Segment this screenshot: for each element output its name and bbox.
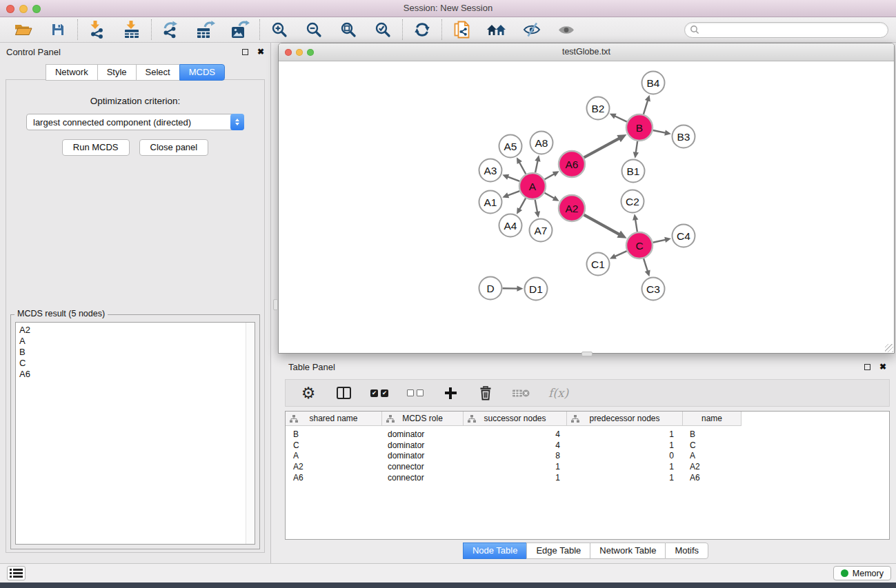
network-window-titlebar[interactable]: testGlobe.txt	[279, 43, 894, 61]
tab-style[interactable]: Style	[97, 64, 136, 81]
column-header[interactable]: successor nodes	[464, 412, 567, 425]
tab-select[interactable]: Select	[136, 64, 179, 81]
column-header[interactable]: MCDS role	[382, 412, 464, 425]
close-table-panel-icon[interactable]: ✖	[879, 363, 886, 371]
mcds-result-item[interactable]: A	[19, 336, 255, 347]
show-visual-properties-icon[interactable]	[557, 19, 576, 40]
graph-edge-A-A5[interactable]	[519, 162, 526, 174]
memory-button[interactable]: Memory	[833, 566, 891, 580]
tab-node-table[interactable]: Node Table	[463, 543, 527, 559]
float-panel-icon[interactable]	[242, 49, 248, 55]
optimization-criterion-select[interactable]: largest connected component (directed)	[26, 114, 244, 130]
graph-node-label-C1: C1	[591, 258, 605, 270]
zoom-view-button[interactable]	[307, 49, 314, 56]
mcds-result-item[interactable]: C	[19, 358, 255, 369]
graph-edge-A-A2[interactable]	[544, 193, 555, 199]
import-table-icon[interactable]	[122, 19, 141, 40]
graph-edge-B-B1[interactable]	[636, 141, 637, 153]
select-all-icon[interactable]: ✔✔	[370, 383, 388, 403]
graph-node-label-B4: B4	[647, 77, 660, 89]
search-input[interactable]	[699, 24, 883, 35]
graph-edge-A-A1[interactable]	[507, 191, 519, 196]
hide-visual-properties-icon[interactable]	[522, 19, 541, 40]
graph-node-label-A5: A5	[504, 141, 517, 152]
home-view-icon[interactable]	[486, 19, 507, 40]
graph-edge-A-A7[interactable]	[535, 200, 538, 213]
add-entry-icon[interactable]	[442, 383, 459, 403]
table-panel-title: Table Panel	[288, 362, 335, 372]
zoom-selected-icon[interactable]	[373, 19, 392, 40]
graph-edge-A-A8[interactable]	[535, 160, 538, 172]
export-image-icon[interactable]	[230, 19, 250, 40]
tab-edge-table[interactable]: Edge Table	[526, 543, 590, 559]
zoom-in-icon[interactable]	[270, 19, 289, 40]
graph-edge-A-A4[interactable]	[519, 198, 526, 210]
graph-node-label-D: D	[486, 283, 494, 294]
mcds-result-item[interactable]: A6	[19, 369, 255, 380]
export-network-icon[interactable]	[161, 19, 181, 40]
graph-edge-A2-C[interactable]	[584, 215, 620, 235]
graph-edge-B-B4[interactable]	[644, 100, 648, 114]
tab-network-table[interactable]: Network Table	[590, 543, 665, 559]
close-window-button[interactable]	[6, 5, 14, 13]
zoom-window-button[interactable]	[32, 5, 41, 13]
delete-entry-icon[interactable]	[477, 383, 494, 403]
table-row[interactable]: A2 connector 1 1 A2	[286, 461, 889, 472]
list-scrollbar[interactable]	[246, 323, 255, 544]
split-panel-icon[interactable]	[335, 383, 352, 403]
zoom-fit-icon[interactable]	[339, 19, 358, 40]
graph-edge-C-C2[interactable]	[635, 219, 637, 232]
graph-edge-C-C4[interactable]	[653, 240, 666, 243]
horizontal-split-handle[interactable]	[273, 299, 278, 310]
graph-edge-B-B3[interactable]	[653, 130, 666, 133]
table-settings-icon[interactable]: ⚙	[300, 383, 317, 403]
column-header[interactable]: shared name	[286, 412, 382, 425]
minimize-view-button[interactable]	[296, 49, 303, 56]
open-session-icon[interactable]	[14, 19, 33, 40]
titlebar: Session: New Session	[0, 0, 896, 17]
search-box	[684, 22, 888, 38]
close-view-button[interactable]	[285, 49, 292, 56]
graph-edge-C-C1[interactable]	[615, 251, 627, 256]
table-row[interactable]: A6 connector 1 1 A6	[286, 472, 889, 483]
tab-network[interactable]: Network	[46, 64, 97, 81]
graph-edge-B-B2[interactable]	[615, 116, 627, 122]
mcds-result-item[interactable]: A2	[19, 325, 255, 336]
export-table-icon[interactable]	[196, 19, 215, 40]
delete-columns-icon[interactable]	[512, 383, 530, 403]
tab-mcds[interactable]: MCDS	[179, 64, 225, 81]
close-panel-button[interactable]: Close panel	[139, 139, 209, 156]
column-header[interactable]: name	[683, 412, 741, 425]
duplicate-network-icon[interactable]	[452, 19, 471, 40]
mcds-result-list[interactable]: A2 A B C A6	[15, 322, 255, 545]
mcds-result-item[interactable]: B	[19, 347, 255, 358]
network-canvas[interactable]: B4B2BB3A8A5A6B1A3AC2A1A2A4A7C4CC1C3DD1	[279, 61, 894, 353]
graph-edge-C-C3[interactable]	[644, 258, 648, 272]
save-session-icon[interactable]	[48, 19, 68, 40]
graph-edge-A6-B[interactable]	[584, 138, 620, 157]
graph-node-label-C2: C2	[626, 196, 639, 207]
network-view-title: testGlobe.txt	[279, 43, 894, 61]
apply-function-icon[interactable]: f(x)	[548, 383, 568, 403]
float-table-panel-icon[interactable]	[864, 364, 870, 370]
column-header[interactable]: predecessor nodes	[567, 412, 683, 425]
graph-edge-A-A6[interactable]	[544, 174, 555, 179]
table-body: B dominator 4 1 B C dominator 4 1 C A do	[286, 426, 889, 483]
window-resize-grip[interactable]	[885, 344, 893, 352]
minimize-window-button[interactable]	[19, 5, 28, 13]
edge-arrowhead	[645, 270, 650, 277]
graph-edge-A-A3[interactable]	[507, 176, 519, 181]
deselect-all-icon[interactable]	[407, 383, 424, 403]
table-row[interactable]: B dominator 4 1 B	[286, 429, 889, 440]
vertical-split-handle[interactable]	[581, 352, 593, 356]
task-history-button[interactable]	[7, 566, 26, 580]
close-panel-icon[interactable]: ✖	[257, 48, 264, 56]
table-row[interactable]: C dominator 4 1 C	[286, 440, 889, 451]
run-mcds-button[interactable]: Run MCDS	[62, 139, 130, 156]
import-network-icon[interactable]	[88, 19, 107, 40]
refresh-view-icon[interactable]	[412, 19, 432, 40]
table-toolbar: ⚙ ✔✔ f(x)	[285, 379, 890, 407]
zoom-out-icon[interactable]	[304, 19, 323, 40]
table-row[interactable]: A dominator 8 0 A	[286, 451, 889, 462]
tab-motifs[interactable]: Motifs	[665, 543, 708, 559]
